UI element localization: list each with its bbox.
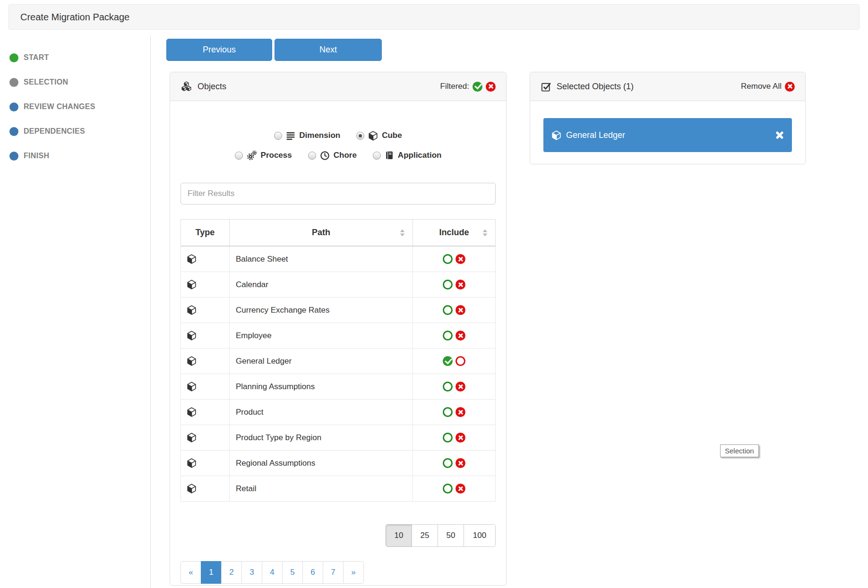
- radio-process[interactable]: Process: [235, 150, 292, 161]
- include-icon[interactable]: [443, 356, 453, 366]
- radio-application[interactable]: Application: [373, 151, 442, 161]
- path-cell: Retail: [230, 476, 413, 502]
- column-header-type[interactable]: Type: [181, 220, 230, 247]
- include-icon[interactable]: [443, 484, 453, 494]
- table-row: Balance Sheet: [181, 246, 496, 272]
- column-header-path[interactable]: Path: [230, 220, 413, 247]
- radio-label: Chore: [334, 151, 357, 160]
- exclude-icon[interactable]: [455, 305, 465, 315]
- radio-cube[interactable]: Cube: [356, 131, 402, 141]
- page-title-bar: Create Migration Package: [9, 4, 859, 30]
- include-icon[interactable]: [443, 254, 453, 264]
- exclude-icon[interactable]: [455, 382, 465, 392]
- pagination-prev[interactable]: «: [180, 561, 201, 584]
- remove-all-button[interactable]: Remove All: [741, 82, 795, 92]
- check-square-icon: [541, 81, 551, 92]
- pagination-page-5[interactable]: 5: [282, 561, 303, 584]
- exclude-icon[interactable]: [455, 458, 465, 468]
- page-title: Create Migration Package: [20, 12, 129, 23]
- exclude-icon[interactable]: [455, 280, 465, 290]
- pagination-page-7[interactable]: 7: [323, 561, 344, 584]
- cube-icon: [187, 382, 229, 392]
- radio-dimension[interactable]: Dimension: [274, 131, 340, 140]
- pagination-page-4[interactable]: 4: [262, 561, 283, 584]
- radio-circle: [274, 132, 282, 140]
- path-cell: Planning Assumptions: [230, 374, 413, 400]
- table-row: Employee: [181, 323, 496, 349]
- cubes-icon: [180, 81, 192, 92]
- include-icon[interactable]: [443, 280, 453, 290]
- page-size-25[interactable]: 25: [412, 524, 438, 547]
- exclude-icon[interactable]: [455, 331, 465, 341]
- cube-icon: [187, 458, 229, 468]
- radio-circle: [235, 152, 243, 160]
- include-icon[interactable]: [443, 407, 453, 417]
- step-label: DEPENDENCIES: [24, 127, 85, 136]
- radio-chore[interactable]: Chore: [308, 151, 357, 161]
- include-cell: [413, 374, 496, 400]
- sort-icon[interactable]: [481, 229, 489, 237]
- type-cell: [181, 476, 230, 502]
- table-row: Currency Exchange Rates: [181, 298, 496, 323]
- include-cell: [413, 272, 496, 298]
- include-cell: [413, 451, 496, 476]
- radio-label: Application: [398, 151, 442, 160]
- include-icon[interactable]: [443, 331, 453, 341]
- include-cell: [413, 246, 496, 272]
- step-status-dot: [9, 127, 18, 136]
- objects-table: Type Path Include Balance Sheet Calendar: [180, 219, 496, 502]
- step-status-dot: [9, 53, 18, 62]
- include-icon[interactable]: [443, 458, 453, 468]
- selected-object-label: General Ledger: [566, 130, 625, 140]
- step-status-dot: [9, 102, 18, 111]
- pagination-page-3[interactable]: 3: [241, 561, 262, 584]
- page-size-50[interactable]: 50: [438, 524, 464, 547]
- exclude-icon[interactable]: [455, 484, 465, 494]
- wizard-step-start[interactable]: START: [9, 45, 95, 70]
- table-row: Product: [181, 400, 496, 425]
- exclude-icon[interactable]: [455, 433, 465, 443]
- cube-icon: [187, 433, 229, 443]
- pagination-page-6[interactable]: 6: [302, 561, 323, 584]
- path-cell: Product: [230, 400, 413, 425]
- path-cell: General Ledger: [230, 349, 413, 374]
- wizard-step-review-changes[interactable]: REVIEW CHANGES: [9, 94, 95, 119]
- wizard-step-selection[interactable]: SELECTION: [9, 70, 95, 94]
- type-cell: [181, 298, 230, 323]
- pagination-next[interactable]: »: [343, 561, 364, 584]
- object-type-filter-group: Dimension Cube Process Chore Application: [180, 128, 496, 163]
- radio-circle: [373, 152, 381, 160]
- radio-circle: [308, 152, 316, 160]
- include-icon[interactable]: [443, 382, 453, 392]
- create-migration-package-page: Create Migration Package START SELECTION…: [0, 0, 868, 588]
- next-button[interactable]: Next: [275, 39, 382, 61]
- remove-item-icon[interactable]: [775, 131, 784, 140]
- filter-excluded-icon[interactable]: [486, 82, 496, 92]
- cube-icon: [551, 130, 561, 140]
- page-size-100[interactable]: 100: [464, 524, 496, 547]
- wizard-step-finish[interactable]: FINISH: [9, 144, 95, 168]
- table-row: Calendar: [181, 272, 496, 298]
- column-header-include[interactable]: Include: [413, 220, 496, 247]
- path-cell: Employee: [230, 323, 413, 349]
- pagination-page-1[interactable]: 1: [201, 561, 222, 584]
- cube-icon: [187, 305, 229, 315]
- filter-included-icon[interactable]: [473, 82, 482, 92]
- step-label: START: [24, 53, 49, 62]
- wizard-step-dependencies[interactable]: DEPENDENCIES: [9, 119, 95, 144]
- filter-results-input[interactable]: [180, 183, 496, 205]
- remove-all-icon: [785, 82, 795, 92]
- selected-object-item[interactable]: General Ledger: [543, 118, 792, 152]
- radio-label: Cube: [382, 131, 402, 140]
- exclude-icon[interactable]: [455, 356, 465, 366]
- page-size-10[interactable]: 10: [386, 524, 412, 547]
- previous-button[interactable]: Previous: [166, 39, 272, 61]
- include-icon[interactable]: [443, 433, 453, 443]
- pagination: «1234567»: [180, 561, 496, 584]
- sort-icon[interactable]: [399, 229, 406, 237]
- type-cell: [181, 272, 230, 298]
- pagination-page-2[interactable]: 2: [221, 561, 242, 584]
- exclude-icon[interactable]: [455, 254, 465, 264]
- exclude-icon[interactable]: [455, 407, 465, 417]
- include-icon[interactable]: [443, 305, 453, 315]
